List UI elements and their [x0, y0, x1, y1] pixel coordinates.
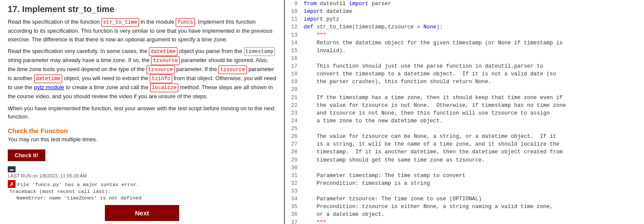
table-row: 21 If the timestamp has a time zone, the…	[285, 94, 644, 102]
line-number: 35	[285, 203, 302, 211]
line-code: Parameter tzsource: The time zone to use…	[302, 195, 644, 203]
next-button[interactable]: Next	[105, 205, 180, 221]
last-run-section: ▬ LAST RUN on 1/8/2023, 11:06:39 AM ✗ Fi…	[8, 165, 276, 201]
line-number: 11	[285, 16, 302, 23]
line-code: Parameter timestamp: The time stamp to c…	[302, 172, 644, 180]
line-number: 19	[285, 78, 302, 86]
table-row: 37 """	[285, 219, 644, 224]
line-code: the value for tzsource is not None. Othe…	[302, 102, 644, 109]
line-code: timestamp. If it is another datetime, th…	[302, 148, 644, 156]
table-row: 23 and tzsource is not None, then this f…	[285, 109, 644, 117]
code-localize: localize	[150, 84, 179, 92]
line-number: 17	[285, 62, 302, 70]
line-number: 10	[285, 8, 302, 16]
code-str-to-time: str_to_time	[101, 18, 139, 27]
table-row: 28 timestamp. If it is another datetime,…	[285, 148, 644, 156]
check-function-sub: You may run this test multiple times.	[8, 135, 276, 144]
code-tzinfo: tzinfo	[150, 75, 172, 83]
code-tzsource-1: tzsource	[151, 56, 180, 65]
table-row: 17 This function should just use the par…	[285, 62, 644, 70]
line-number: 28	[285, 148, 302, 156]
line-code: import pytz	[302, 16, 644, 23]
line-number: 25	[285, 125, 302, 133]
line-code: def str_to_time(timestamp,tzsource = Non…	[302, 23, 644, 31]
table-row: 16	[285, 55, 644, 62]
line-number: 22	[285, 102, 302, 109]
line-number: 36	[285, 211, 302, 218]
line-number: 27	[285, 140, 302, 148]
line-number: 20	[285, 86, 302, 93]
code-table: 9from dateutil import parser10import dat…	[285, 0, 644, 224]
paragraph-3: When you have implemented the function, …	[8, 104, 276, 121]
table-row: 29 timestamp should get the same time zo…	[285, 156, 644, 164]
table-row: 26 The value for tzsource can be None, a…	[285, 133, 644, 140]
code-tzsource-3: tzsource	[218, 65, 247, 74]
table-row: 30	[285, 164, 644, 172]
traceback-line: Traceback (most recent call last):	[8, 189, 276, 194]
last-run-label: LAST RUN on 1/8/2023, 11:06:39 AM	[8, 173, 276, 178]
line-code	[302, 187, 644, 195]
paragraph-2: Read the specification very carefully. I…	[8, 47, 276, 101]
table-row: 36 or a datetime object.	[285, 211, 644, 218]
check-it-button[interactable]: Check It!	[8, 149, 45, 161]
table-row: 32 Precondition: timestamp is a string	[285, 180, 644, 187]
line-number: 12	[285, 23, 302, 31]
line-code: Precondition: tzsource is either None, a…	[302, 203, 644, 211]
line-code: the parser crashes), this function shoul…	[302, 78, 644, 86]
line-code: or a datetime object.	[302, 211, 644, 218]
table-row: 25	[285, 125, 644, 133]
table-row: 10import datetime	[285, 8, 644, 16]
code-funcs: funcs	[176, 18, 195, 27]
table-row: 14 Returns the datetime object for the g…	[285, 39, 644, 47]
line-code: The value for tzsource can be None, a st…	[302, 133, 644, 140]
line-number: 18	[285, 70, 302, 78]
line-code: import datetime	[302, 8, 644, 16]
line-number: 15	[285, 47, 302, 55]
pytz-link[interactable]: pytz module	[34, 84, 64, 90]
line-code: is a string, it will be the name of a ti…	[302, 140, 644, 148]
line-number: 30	[285, 164, 302, 172]
line-code: If the timestamp has a time zone, then i…	[302, 94, 644, 102]
table-row: 18 convert the timestamp to a datetime o…	[285, 70, 644, 78]
line-number: 32	[285, 180, 302, 187]
line-number: 34	[285, 195, 302, 203]
table-row: 20	[285, 86, 644, 93]
line-code	[302, 86, 644, 93]
line-number: 31	[285, 172, 302, 180]
line-number: 33	[285, 187, 302, 195]
table-row: 12def str_to_time(timestamp,tzsource = N…	[285, 23, 644, 31]
table-row: 31 Parameter timestamp: The time stamp t…	[285, 172, 644, 180]
line-code: timestamp should get the same time zone …	[302, 156, 644, 164]
line-code: """	[302, 31, 644, 39]
table-row: 9from dateutil import parser	[285, 0, 644, 8]
line-number: 14	[285, 39, 302, 47]
line-code: convert the timestamp to a datetime obje…	[302, 70, 644, 78]
code-datetime-2: datetime	[34, 75, 63, 83]
error-line-1: ✗ File 'funcs.py' has a major syntax err…	[8, 180, 276, 188]
run-icon: ▬	[8, 166, 16, 172]
table-row: 27 is a string, it will be the name of a…	[285, 140, 644, 148]
line-code: Returns the datetime object for the give…	[302, 39, 644, 47]
line-code	[302, 125, 644, 133]
line-number: 29	[285, 156, 302, 164]
table-row: 15 invalid).	[285, 47, 644, 55]
table-row: 19 the parser crashes), this function sh…	[285, 78, 644, 86]
paragraph-1: Read the specification of the function s…	[8, 18, 276, 44]
line-code: and tzsource is not None, then this func…	[302, 109, 644, 117]
code-datetime-1: datetime	[149, 47, 177, 56]
table-row: 33	[285, 187, 644, 195]
line-number: 37	[285, 219, 302, 224]
line-code: from dateutil import parser	[302, 0, 644, 8]
line-number: 23	[285, 109, 302, 117]
line-number: 26	[285, 133, 302, 140]
line-code: Precondition: timestamp is a string	[302, 180, 644, 187]
code-timestamp: timestamp	[244, 47, 275, 56]
right-panel: 9from dateutil import parser10import dat…	[285, 0, 644, 224]
line-number: 13	[285, 31, 302, 39]
line-code: invalid).	[302, 47, 644, 55]
table-row: 24 a time zone to the new datetime objec…	[285, 117, 644, 125]
line-number: 21	[285, 94, 302, 102]
line-code	[302, 55, 644, 62]
line-code	[302, 164, 644, 172]
line-number: 9	[285, 0, 302, 8]
